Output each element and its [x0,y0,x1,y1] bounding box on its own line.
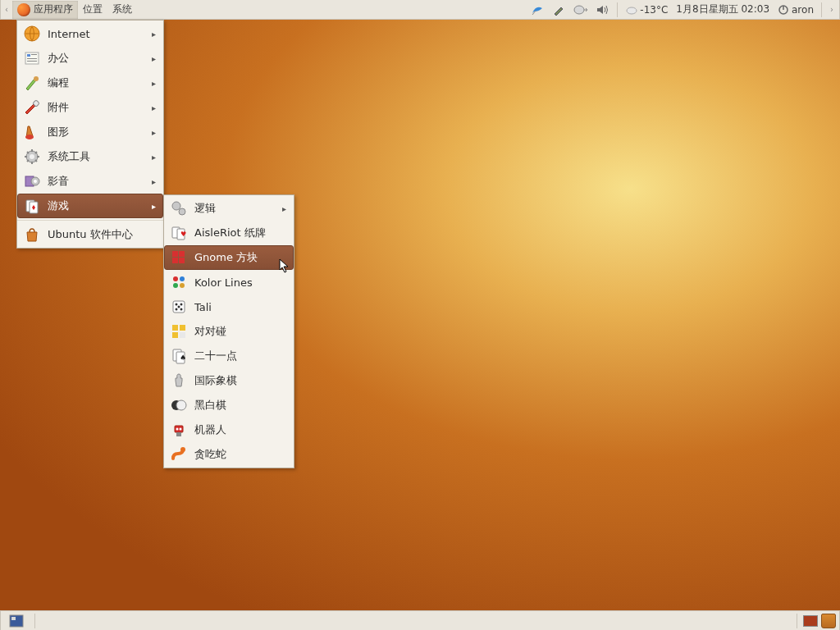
username-label: aron [792,4,814,16]
submenu-arrow-icon: ▸ [282,204,286,213]
app-menu-item-3[interactable]: 附件▸ [17,95,163,120]
menu-item-label: 二十一点 [194,349,286,363]
datetime-label: 1月8日星期五 02:03 [676,2,769,16]
svg-rect-6 [27,54,30,57]
games-menu-item-0[interactable]: 逻辑▸ [164,196,294,221]
menu-item-label: AisleRiot 纸牌 [194,226,286,240]
svg-point-12 [25,135,34,139]
svg-point-35 [180,304,183,306]
menu-system-label: 系统 [112,2,132,16]
menu-item-label: Gnome 方块 [194,250,286,265]
menu-item-label: 编程 [48,75,145,90]
svg-point-1 [627,7,637,14]
show-desktop-button[interactable] [4,612,29,630]
games-menu-item-8[interactable]: 黑白棋 [164,393,294,418]
bj-icon: ♠ [170,347,188,365]
games-menu-item-2[interactable]: Gnome 方块 [164,245,294,270]
top-panel: ‹ 应用程序 位置 系统 -13°C 1月8日星期五 [0,0,840,20]
menu-item-label: 游戏 [48,199,145,213]
games-menu-item-7[interactable]: 国际象棋 [164,368,294,393]
games-menu-item-3[interactable]: Kolor Lines [164,270,294,294]
svg-point-37 [180,308,183,311]
svg-point-30 [180,276,185,281]
tray-volume-icon[interactable] [593,1,613,19]
games-menu-item-1[interactable]: ♥AisleRiot 纸牌 [164,221,294,245]
games-menu-item-10[interactable]: 贪吃蛇 [164,442,294,467]
menu-item-label: 对对碰 [194,324,286,339]
svg-point-52 [180,447,185,452]
office-icon [23,49,41,67]
panel-scroll-left[interactable]: ‹ [1,1,12,19]
menu-applications-label: 应用程序 [34,2,73,16]
games-menu-item-9[interactable]: 机器人 [164,418,294,442]
gear-icon [23,148,41,166]
app-menu-item-1[interactable]: 办公▸ [17,46,163,71]
menu-item-label: 机器人 [194,422,286,437]
svg-point-20 [172,202,180,210]
globe-icon [23,25,41,43]
games-menu-item-4[interactable]: Tali [164,294,294,319]
svg-rect-28 [179,258,185,263]
svg-point-14 [30,154,34,159]
tray-weather[interactable]: -13°C [622,1,671,19]
games-menu-item-5[interactable]: 对对碰 [164,319,294,344]
submenu-arrow-icon: ▸ [152,202,156,211]
menu-applications[interactable]: 应用程序 [12,1,78,19]
menu-item-label: Internet [48,28,145,40]
tray-separator [617,2,618,17]
svg-rect-9 [27,61,37,62]
svg-point-17 [34,180,37,183]
svg-text:♥: ♥ [180,231,186,238]
cards-icon [23,197,41,215]
app-menu-item-0[interactable]: Internet▸ [17,21,163,46]
match-icon [170,322,188,340]
menu-item-label: 国际象棋 [194,373,286,388]
tray-pen-icon[interactable] [549,1,568,19]
tray-network-icon[interactable] [570,1,591,19]
menu-places[interactable]: 位置 [78,1,107,19]
menu-item-label: 贪吃蛇 [194,447,286,462]
tray-clock[interactable]: 1月8日星期五 02:03 [673,1,773,19]
trash-icon[interactable] [821,614,836,628]
svg-rect-41 [172,332,178,338]
svg-rect-51 [176,432,181,436]
menu-item-label: 附件 [48,100,145,115]
svg-rect-54 [11,617,16,620]
submenu-arrow-icon: ▸ [152,103,156,112]
app-menu-item-7[interactable]: 游戏▸ [17,194,163,218]
tray-separator [821,2,822,17]
panel-scroll-right[interactable]: › [826,1,838,19]
ubuntu-logo-icon [17,3,30,16]
games-submenu: 逻辑▸♥AisleRiot 纸牌Gnome 方块Kolor LinesTali对… [163,194,294,468]
tray-thunderbird-icon[interactable] [527,1,547,19]
dice-icon [170,298,188,316]
app-menu-item-4[interactable]: 图形▸ [17,120,163,144]
tray-user-menu[interactable]: aron [774,1,817,19]
svg-point-10 [34,76,39,81]
knife-icon [23,98,41,116]
menu-item-label: 逻辑 [194,201,276,216]
power-icon [778,4,789,16]
gears-icon [170,199,188,217]
svg-rect-8 [27,58,37,59]
software-center-label: Ubuntu 软件中心 [48,227,156,242]
menu-system[interactable]: 系统 [107,1,137,19]
menu-separator [17,220,163,221]
menu-item-label: 影音 [48,174,145,189]
app-menu-item-2[interactable]: 编程▸ [17,71,163,95]
svg-rect-7 [31,54,37,55]
software-center-item[interactable]: Ubuntu 软件中心 [17,222,163,247]
svg-rect-39 [172,325,178,331]
svg-rect-26 [179,251,185,257]
app-menu-item-6[interactable]: 影音▸ [17,169,163,194]
games-menu-item-6[interactable]: ♠二十一点 [164,344,294,368]
svg-point-31 [173,283,178,288]
menu-item-label: Tali [194,301,286,313]
panel-separator [34,614,35,628]
submenu-arrow-icon: ▸ [152,54,156,63]
workspace-switcher[interactable] [803,615,818,627]
app-menu-item-5[interactable]: 系统工具▸ [17,144,163,169]
reversi-icon [170,396,188,414]
svg-point-38 [178,306,180,308]
svg-point-50 [180,428,182,431]
